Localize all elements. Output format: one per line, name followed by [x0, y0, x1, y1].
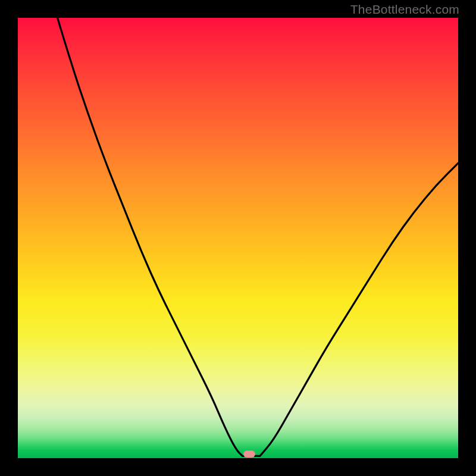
plot-area	[18, 18, 458, 458]
curve-path	[58, 18, 458, 456]
optimum-marker	[243, 450, 255, 458]
chart-frame: TheBottleneck.com	[0, 0, 476, 476]
bottleneck-curve	[18, 18, 458, 458]
watermark-text: TheBottleneck.com	[350, 2, 459, 17]
